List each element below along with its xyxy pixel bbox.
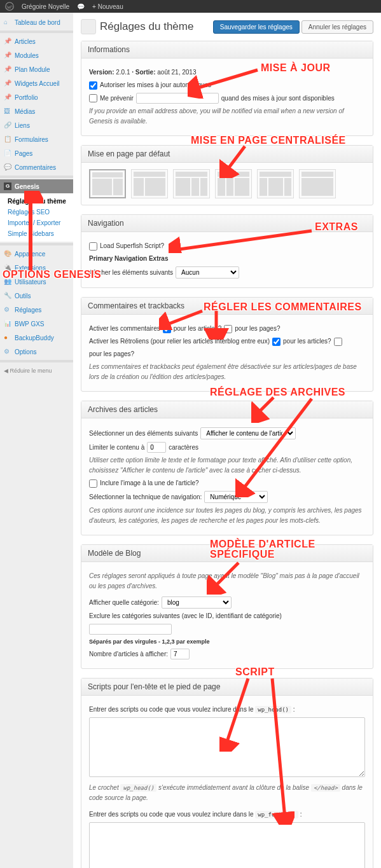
page-title: Réglages du thème (81, 19, 193, 34)
submenu-sidebars[interactable]: Simple Sidebars (5, 228, 73, 239)
layout-opt-5[interactable] (257, 169, 294, 198)
superfish-checkbox[interactable] (89, 242, 97, 251)
panel-head-nav[interactable]: Navigation (81, 215, 373, 232)
backup-icon: ● (4, 334, 11, 341)
nav-technique-select[interactable]: Numérique (204, 491, 268, 503)
svg-point-0 (6, 3, 14, 11)
auto-update-checkbox[interactable] (89, 81, 97, 90)
panel-layout: Mise en page par défaut (81, 145, 373, 205)
panel-head-scripts[interactable]: Scripts pour l'en-tête et le pied de pag… (81, 679, 373, 696)
media-icon: 🖼 (4, 107, 11, 115)
form-icon: 📋 (4, 135, 11, 143)
menu-appearance[interactable]: 🎨Apparence (0, 247, 73, 261)
new-link[interactable]: + Nouveau (92, 3, 123, 10)
menu-users[interactable]: 👥Utilisateurs (0, 275, 73, 289)
dashboard-icon: ⌂ (4, 18, 11, 26)
site-name[interactable]: Grégoire Noyelle (22, 3, 69, 10)
menu-widgets[interactable]: 📌Widgets Accueil (0, 76, 73, 90)
footer-scripts-textarea[interactable] (89, 822, 365, 868)
admin-sidebar: ⌂Tableau de bord 📌Articles 📌Modules 📌Pla… (0, 13, 73, 868)
main-content: Réglages du thème Sauvegarder les réglag… (73, 13, 381, 868)
genesis-icon: G (4, 183, 11, 190)
menu-genesis[interactable]: GGenesis (0, 179, 73, 193)
panel-head-layout[interactable]: Mise en page par défaut (81, 146, 373, 163)
notify-email-input[interactable] (136, 93, 219, 104)
link-icon: 🔗 (4, 121, 11, 129)
page-icon: 📄 (4, 149, 11, 157)
nav-extras-select[interactable]: Aucun (176, 266, 239, 279)
category-select[interactable]: blog (162, 596, 232, 609)
menu-forms[interactable]: 📋Formulaires (0, 132, 73, 146)
panel-head-archives[interactable]: Archives des articles (81, 401, 373, 418)
menu-modules[interactable]: 📌Modules (0, 48, 73, 62)
pin-icon: 📌 (4, 52, 11, 59)
menu-backup[interactable]: ●BackupBuddy (0, 331, 73, 345)
trackbacks-posts-checkbox[interactable] (272, 338, 281, 346)
panel-head-blog[interactable]: Modèle de Blog (81, 545, 373, 562)
panel-scripts: Scripts pour l'en-tête et le pied de pag… (81, 678, 373, 868)
menu-dashboard[interactable]: ⌂Tableau de bord (0, 15, 73, 29)
menu-comments[interactable]: 💬Commentaires (0, 160, 73, 174)
comment-icon[interactable]: 💬 (77, 3, 85, 10)
include-image-checkbox[interactable] (89, 479, 97, 488)
plugin-icon: 🔌 (4, 264, 11, 272)
pin-icon: 📌 (4, 65, 11, 73)
limit-input[interactable] (147, 442, 166, 453)
admin-bar: Grégoire Noyelle 💬 + Nouveau (0, 0, 381, 13)
menu-planmodule[interactable]: 📌Plan Module (0, 62, 73, 76)
comment-icon: 💬 (4, 163, 11, 171)
exclude-input[interactable] (89, 624, 172, 635)
wordpress-logo-icon[interactable] (5, 2, 14, 11)
layout-opt-4[interactable] (215, 169, 252, 198)
posts-count-input[interactable] (170, 649, 190, 659)
layout-opt-3[interactable] (173, 169, 210, 198)
comments-pages-checkbox[interactable] (224, 325, 232, 333)
gear-icon: ⚙ (4, 348, 11, 355)
menu-media[interactable]: 🖼Médias (0, 104, 73, 118)
comments-posts-checkbox[interactable] (163, 325, 171, 333)
panel-comments: Commentaires et trackbacks Activer les c… (81, 297, 373, 392)
notify-checkbox[interactable] (89, 94, 97, 102)
pin-icon: 📌 (4, 93, 11, 101)
head-scripts-textarea[interactable] (89, 717, 365, 777)
settings-icon: ⚙ (4, 306, 11, 313)
trackbacks-pages-checkbox[interactable] (334, 338, 342, 346)
cancel-button[interactable]: Annuler les réglages (301, 20, 373, 34)
menu-pages[interactable]: 📄Pages (0, 146, 73, 160)
panel-head-info[interactable]: Informations (81, 41, 373, 59)
page-header: Réglages du thème Sauvegarder les réglag… (81, 19, 373, 34)
info-help: If you provide an email address above, y… (89, 106, 365, 127)
submenu-theme[interactable]: Réglages du thème (5, 196, 73, 207)
menu-settings[interactable]: ⚙Réglages (0, 303, 73, 317)
panel-head-comments[interactable]: Commentaires et trackbacks (81, 298, 373, 315)
layout-opt-2[interactable] (131, 169, 168, 198)
menu-options[interactable]: ⚙Options (0, 345, 73, 359)
page-icon (81, 19, 96, 34)
panel-info: Informations Version: 2.0.1 · Sortie: ao… (81, 41, 373, 136)
menu-tools[interactable]: 🔧Outils (0, 289, 73, 303)
layout-opt-1[interactable] (89, 169, 126, 198)
panel-archives: Archives des articles Sélectionner un de… (81, 401, 373, 535)
tools-icon: 🔧 (4, 292, 11, 300)
panel-nav: Navigation Load Superfish Script? Primar… (81, 214, 373, 288)
sitemap-icon: 📊 (4, 320, 11, 327)
pin-icon: 📌 (4, 38, 11, 45)
archive-content-select[interactable]: Afficher le contenu de l'article (200, 427, 296, 439)
menu-plugins[interactable]: 🔌Extensions (0, 261, 73, 275)
submenu-import[interactable]: Importer / Exporter (5, 217, 73, 228)
menu-bwp[interactable]: 📊BWP GXS (0, 317, 73, 331)
menu-portfolio[interactable]: 📌Portfolio (0, 90, 73, 104)
menu-links[interactable]: 🔗Liens (0, 118, 73, 132)
genesis-submenu: Réglages du thème Réglages SEO Importer … (0, 193, 73, 242)
panel-blog: Modèle de Blog Ces réglages seront appli… (81, 544, 373, 669)
save-button[interactable]: Sauvegarder les réglages (213, 20, 300, 34)
appearance-icon: 🎨 (4, 250, 11, 258)
menu-articles[interactable]: 📌Articles (0, 34, 73, 48)
users-icon: 👥 (4, 278, 11, 286)
pin-icon: 📌 (4, 79, 11, 87)
submenu-seo[interactable]: Réglages SEO (5, 207, 73, 217)
collapse-menu[interactable]: ◀ Réduire le menu (0, 364, 73, 378)
layout-opt-6[interactable] (299, 169, 336, 198)
